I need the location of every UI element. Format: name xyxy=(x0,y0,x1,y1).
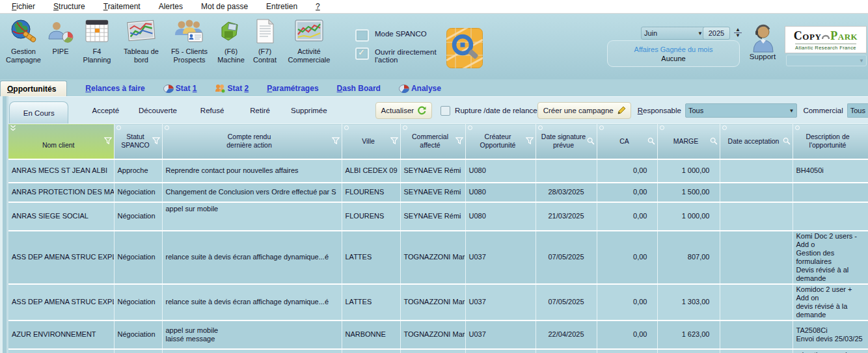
search-column-icon[interactable] xyxy=(647,137,655,145)
year-field[interactable]: 2025 xyxy=(703,27,730,40)
cell-nom-client: ASS DEP AMENA STRUC EXPL AGR xyxy=(8,231,114,284)
gestion-campagne-button[interactable]: Gestion Campagne xyxy=(3,16,44,64)
col-header-ca[interactable]: CA xyxy=(597,124,657,159)
table-row[interactable]: ANRAS SIEGE SOCIAL Négociation appel sur… xyxy=(8,202,868,231)
menu-item-entretien[interactable]: Entretien xyxy=(257,1,306,12)
tab-stat-1[interactable]: Stat 1 xyxy=(163,84,197,96)
opportunities-tbody: ANRAS MECS ST JEAN ALBI Approche Reprend… xyxy=(8,159,868,353)
subtab-decouverte[interactable]: Découverte xyxy=(139,107,177,114)
subtab-refuse[interactable]: Refusé xyxy=(200,107,224,114)
search-column-icon[interactable] xyxy=(783,137,791,145)
menu-item-label: T xyxy=(103,2,108,11)
creer-campagne-button[interactable]: Créer une campagne xyxy=(537,102,631,119)
support-button[interactable]: Support xyxy=(748,24,777,60)
activite-commerciale-button[interactable]: Activité Commerciale xyxy=(281,16,337,64)
f7-contrat-button[interactable]: (F7) Contrat xyxy=(249,16,281,64)
search-icon xyxy=(446,28,483,68)
toolbar-button-label: Tableau de bord xyxy=(124,47,159,64)
table-row[interactable]: AZUR ENVIRONNEMENT Négociation appel sur… xyxy=(8,320,868,349)
f5-clients-prospects-button[interactable]: F5 - Clients Prospects xyxy=(165,16,213,64)
table-row[interactable]: ANRAS MECS ST JEAN ALBI Approche Reprend… xyxy=(8,159,868,183)
logo-select[interactable]: ▼ xyxy=(786,55,867,66)
filter-funnel-icon[interactable] xyxy=(455,137,463,145)
subtab-accepte[interactable]: Accepté xyxy=(92,107,119,114)
cell-date-acceptation xyxy=(720,159,793,183)
cell-compte-rendu: relance suite à devis écran affichage dy… xyxy=(162,231,342,284)
support-person-icon xyxy=(748,24,777,53)
table-row[interactable]: ASS DEP AMENA STRUC EXPL AGR Négociation… xyxy=(8,231,868,284)
cell-nom-client: ANRAS SIEGE SOCIAL xyxy=(8,202,114,231)
col-header-ville[interactable]: Ville xyxy=(342,124,400,159)
tab-dash-board[interactable]: Dash Board xyxy=(337,84,381,96)
col-header-statut-spanco[interactable]: Statut SPANCO xyxy=(114,124,162,159)
cell-nom-client: ANRAS PROTECTION DES MAJEU xyxy=(8,183,114,202)
filter-funnel-icon[interactable] xyxy=(104,137,112,145)
search-column-icon[interactable] xyxy=(587,137,595,145)
f4-planning-button[interactable]: F4 Planning xyxy=(77,16,117,64)
cell-date-signature: 22/04/2025 xyxy=(536,320,597,349)
cell-statut: Négociation xyxy=(114,183,162,202)
col-header-marge[interactable]: MARGE xyxy=(657,124,720,159)
search-button[interactable] xyxy=(446,28,483,68)
filter-funnel-icon[interactable] xyxy=(332,137,340,145)
responsable-select[interactable]: Tous ▼ xyxy=(685,103,798,118)
cell-commercial: SEYNAEVE Rémi xyxy=(400,202,465,231)
mode-spanco-checkbox[interactable]: Mode SPANCO xyxy=(355,29,454,42)
affaires-gagnees-panel: Affaires Gagnée du mois Aucune xyxy=(607,40,740,67)
cell-marge: 807,00 xyxy=(657,231,720,284)
cell-date-acceptation xyxy=(720,349,793,353)
col-header-nom-client[interactable]: Nom client xyxy=(8,124,114,159)
col-header-commercial-affecte[interactable]: Commercial affecté xyxy=(400,124,465,159)
menu-item-mot-de-passe[interactable]: Mot de passe xyxy=(192,1,257,12)
tab-analyse[interactable]: Analyse xyxy=(399,84,441,96)
toolbar-button-label: (F7) Contrat xyxy=(253,47,277,64)
menu-item-traitement[interactable]: Traitement xyxy=(94,1,150,12)
filter-funnel-icon[interactable] xyxy=(152,137,160,145)
toolbar-button-label: (F6) Machine xyxy=(217,47,245,64)
actualiser-button[interactable]: Actualiser xyxy=(375,102,433,119)
cell-compte-rendu: Reprendre contact pour nouvelles affaire… xyxy=(162,159,342,183)
pipe-button[interactable]: PIPE xyxy=(44,16,77,56)
table-row[interactable]: ANRAS PROTECTION DES MAJEU Négociation C… xyxy=(8,183,868,202)
tab-stat-2[interactable]: Stat 2 xyxy=(215,84,249,96)
menu-item-alertes[interactable]: Alertes xyxy=(150,1,192,12)
menu-item-label: ichier xyxy=(16,2,35,11)
tab-relances-a-faire[interactable]: Relances à faire xyxy=(85,84,144,96)
cell-createur: U080 xyxy=(465,159,536,183)
cell-date-acceptation xyxy=(720,284,793,320)
f6-machine-button[interactable]: (F6) Machine xyxy=(213,16,249,64)
tableau-de-bord-button[interactable]: Tableau de bord xyxy=(117,16,165,64)
tab-parametrages[interactable]: Paramétrages xyxy=(267,84,318,96)
col-header-date-signature[interactable]: Date signature prévue xyxy=(536,124,597,159)
table-row[interactable]: ASS DEP AMENA STRUC EXPL AGR Négociation… xyxy=(8,284,868,320)
subtab-en-cours[interactable]: En Cours xyxy=(9,101,68,124)
commercial-select-value: Tous xyxy=(850,107,865,114)
year-stepper[interactable]: ▲ ▼ xyxy=(733,25,743,40)
col-header-description[interactable]: Description de l'opportunité xyxy=(793,124,868,159)
menu-item-structure[interactable]: Structure xyxy=(44,1,94,12)
month-select[interactable]: Juin ▼ xyxy=(641,27,706,40)
subtab-retire[interactable]: Retiré xyxy=(250,107,270,114)
cell-statut: Approche xyxy=(114,349,162,353)
commercial-select[interactable]: Tous xyxy=(847,103,868,118)
filter-funnel-icon[interactable] xyxy=(526,137,534,145)
menu-item-fichier[interactable]: Fichier xyxy=(3,1,44,12)
menu-item-label: S xyxy=(53,2,59,11)
opportunities-grid: Nom client Statut SPANCO Compte rendu de… xyxy=(8,124,868,353)
menu-item-help[interactable]: ? xyxy=(306,1,329,12)
col-header-compte-rendu[interactable]: Compte rendu dernière action xyxy=(162,124,342,159)
status-filter-bar: En Cours Accepté Découverte Refusé Retir… xyxy=(0,96,868,124)
table-row[interactable]: CARROSSERIE PRESSOIR Approche Changement… xyxy=(8,349,868,353)
refresh-icon xyxy=(417,106,426,115)
search-column-icon[interactable] xyxy=(710,137,718,145)
col-header-date-acceptation[interactable]: Date acceptation xyxy=(720,124,793,159)
filter-funnel-icon[interactable] xyxy=(390,137,398,145)
rupture-checkbox[interactable]: Rupture /date de relance xyxy=(441,106,537,116)
cell-nom-client: ANRAS MECS ST JEAN ALBI xyxy=(8,159,114,183)
cell-ville: FLOURENS xyxy=(342,202,400,231)
tab-opportunites[interactable]: Opportunités xyxy=(0,81,67,96)
cell-description xyxy=(793,183,868,202)
ouvrir-directement-checkbox[interactable]: Ouvrir directement l'action xyxy=(355,47,454,64)
subtab-supprimee[interactable]: Supprimée xyxy=(291,107,327,114)
col-header-createur-opportunite[interactable]: Créateur Opportunité xyxy=(465,124,536,159)
